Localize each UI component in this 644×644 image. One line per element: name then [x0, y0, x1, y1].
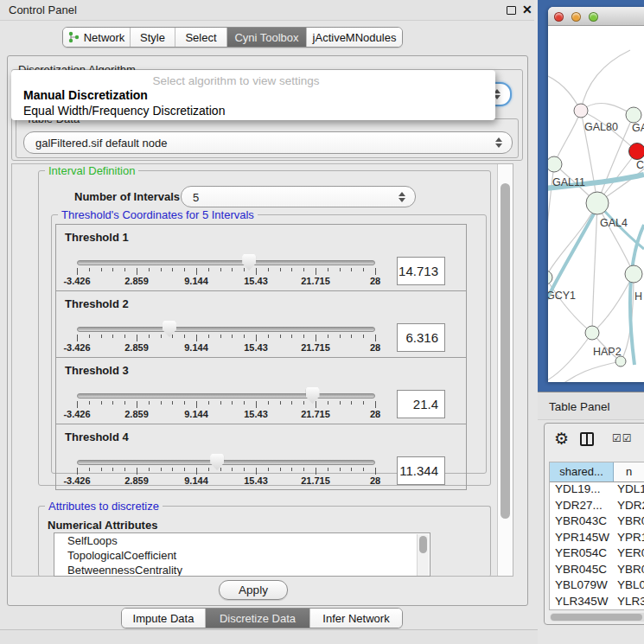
number-of-intervals-combobox[interactable]: 5: [181, 186, 416, 207]
list-scrollbar[interactable]: [417, 534, 429, 577]
tab-impute-data[interactable]: Impute Data: [122, 609, 206, 628]
threshold-value-field[interactable]: 6.316: [397, 323, 445, 352]
slider-ticks: [77, 401, 375, 409]
option-equal-width-frequency[interactable]: Equal Width/Frequency Discretization: [23, 104, 225, 118]
threshold-row: Threshold 1 -3.4262.8599.14415.4321.7152…: [56, 225, 466, 291]
control-panel-titlebar: Control Panel ✕: [0, 0, 534, 21]
network-icon: [68, 31, 80, 43]
attribute-list-item[interactable]: TopologicalCoefficient: [54, 548, 430, 563]
node-label-GAL11: GAL11: [552, 176, 585, 188]
float-window-icon[interactable]: [507, 6, 516, 15]
network-node-GAL80[interactable]: [574, 104, 588, 118]
slider-ticks: [77, 335, 375, 342]
slider-track[interactable]: [77, 393, 375, 399]
column-header-shared-name[interactable]: shared...: [550, 462, 614, 481]
network-node-GCY1[interactable]: [548, 271, 552, 284]
table-row[interactable]: YER054CYER0: [550, 546, 644, 563]
threshold-slider[interactable]: -3.4262.8599.14415.4321.71528: [77, 453, 375, 488]
table-row[interactable]: YBR045CYBR0: [550, 563, 644, 579]
node-label-GCY1: GCY1: [548, 290, 576, 302]
gear-icon[interactable]: ⚙: [554, 430, 569, 447]
tab-discretize-data[interactable]: Discretize Data: [206, 609, 310, 628]
table-row[interactable]: YBR043CYBR0: [550, 514, 644, 531]
table-data-value: galFiltered.sif default node: [35, 137, 167, 150]
network-node-HAP2[interactable]: [585, 326, 599, 340]
network-edge[interactable]: [548, 333, 592, 382]
slider-ticks: [77, 468, 375, 475]
zoom-traffic-light[interactable]: [589, 12, 598, 22]
network-node-H[interactable]: [625, 265, 642, 283]
minimize-traffic-light[interactable]: [571, 12, 581, 22]
node-label-GAL4: GAL4: [600, 217, 628, 229]
table-row[interactable]: YPR145WYPR1: [550, 531, 644, 547]
control-panel-title: Control Panel: [9, 3, 77, 16]
slider-tick-labels: -3.4262.8599.14415.4321.71528: [77, 475, 375, 487]
numerical-attributes-list[interactable]: SelfLoopsTopologicalCoefficientBetweenne…: [54, 532, 430, 577]
slider-track[interactable]: [77, 327, 375, 332]
close-traffic-light[interactable]: [554, 12, 564, 22]
table-row[interactable]: YDL19...YDL1: [550, 482, 644, 499]
attributes-group-label: Attributes to discretize: [45, 500, 163, 513]
tab-jactivemnodules[interactable]: jActiveMNodules: [307, 28, 402, 47]
network-window-titlebar: [548, 7, 644, 26]
vertical-scrollbar[interactable]: [497, 164, 513, 576]
network-node-top-right[interactable]: [626, 107, 641, 123]
control-panel-tabs: Network Style Select Cyni Toolbox jActiv…: [62, 27, 403, 48]
table-row[interactable]: YDR27...YDR2: [550, 499, 644, 515]
threshold-value-field[interactable]: 11.344: [397, 456, 445, 485]
table-row[interactable]: YLR345WYLR3: [550, 595, 644, 611]
column-header-name[interactable]: n: [614, 462, 644, 481]
table-panel-titlebar: Table Panel: [538, 392, 644, 420]
combo-arrows-icon: [495, 137, 502, 148]
slider-tick-labels: -3.4262.8599.14415.4321.71528: [77, 409, 375, 420]
network-edge[interactable]: [592, 274, 634, 333]
discretization-algorithm-label-clipped: Discretization Algorithm: [18, 63, 136, 70]
threshold-value-field[interactable]: 14.713: [397, 257, 445, 285]
network-canvas[interactable]: GAL80GACGAL11GAL4GCY1HHAP2: [548, 26, 644, 382]
tab-style[interactable]: Style: [131, 28, 175, 47]
scrollbar-thumb[interactable]: [551, 614, 642, 621]
node-label-GAL80: GAL80: [584, 121, 618, 133]
network-node-GAL11[interactable]: [548, 156, 562, 172]
threshold-slider[interactable]: -3.4262.8599.14415.4321.71528: [77, 386, 375, 421]
network-edge[interactable]: [548, 203, 597, 277]
horizontal-scrollbar[interactable]: [550, 613, 644, 622]
close-window-icon[interactable]: ✕: [522, 3, 532, 16]
network-node-GAL4[interactable]: [586, 192, 609, 214]
slider-tick-labels: -3.4262.8599.14415.4321.71528: [77, 276, 375, 287]
tab-cyni-toolbox[interactable]: Cyni Toolbox: [227, 28, 307, 47]
apply-button[interactable]: Apply: [219, 580, 288, 600]
slider-track[interactable]: [77, 260, 375, 265]
tab-network[interactable]: Network: [63, 28, 131, 47]
numerical-attributes-label: Numerical Attributes: [48, 519, 157, 532]
network-edge[interactable]: [581, 50, 630, 111]
tab-select[interactable]: Select: [175, 28, 227, 47]
attribute-list-item[interactable]: SelfLoops: [54, 533, 430, 548]
scrollbar-thumb[interactable]: [501, 183, 510, 519]
network-edge[interactable]: [554, 111, 581, 164]
threshold-label: Threshold 2: [65, 297, 129, 310]
threshold-label: Threshold 3: [65, 364, 129, 377]
select-columns-icon[interactable]: ☑☑: [612, 432, 633, 444]
threshold-list: Threshold 1 -3.4262.8599.14415.4321.7152…: [55, 224, 467, 490]
split-columns-icon[interactable]: [580, 432, 594, 446]
node-label-H: H: [634, 290, 642, 303]
tab-infer-network[interactable]: Infer Network: [310, 609, 402, 628]
network-edge[interactable]: [597, 203, 634, 274]
bottom-strip: [0, 629, 538, 644]
network-window-frame: GAL80GACGAL11GAL4GCY1HHAP2: [538, 0, 644, 392]
slider-track[interactable]: [77, 460, 375, 465]
table-panel: ⚙ ☑☑ shared... n YDL19...YDL1YDR27...YDR…: [544, 423, 644, 625]
network-edge[interactable]: [592, 203, 597, 333]
option-manual-discretization[interactable]: Manual Discretization: [23, 88, 148, 102]
combo-arrows-icon: [399, 192, 405, 202]
table-data-combobox[interactable]: galFiltered.sif default node: [23, 131, 513, 154]
table-row[interactable]: YBL079WYBL0: [550, 578, 644, 595]
scrollbar-thumb[interactable]: [419, 536, 427, 553]
threshold-value-field[interactable]: 21.4: [397, 390, 445, 418]
threshold-slider[interactable]: -3.4262.8599.14415.4321.71528: [77, 253, 375, 288]
bottom-tabs: Impute Data Discretize Data Infer Networ…: [121, 608, 403, 628]
threshold-slider[interactable]: -3.4262.8599.14415.4321.71528: [77, 320, 375, 354]
network-node-red-node[interactable]: [629, 143, 644, 160]
attribute-list-item[interactable]: BetweennessCentrality: [54, 563, 430, 577]
